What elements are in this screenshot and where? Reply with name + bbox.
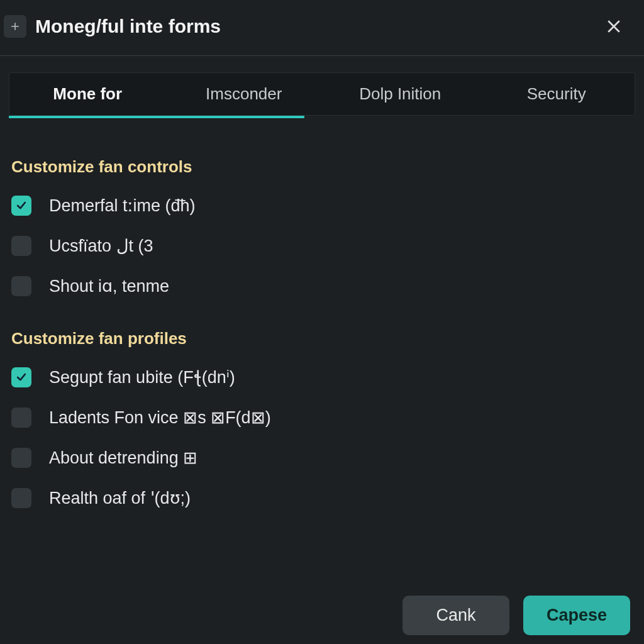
checkbox-shout[interactable]: [11, 276, 31, 296]
option-label: Realth oaf of ꞌ(dʊ;): [49, 488, 191, 508]
confirm-button[interactable]: Capese: [523, 596, 630, 635]
option-row: Ladents Fon vice ⊠s ⊠F(d⊠): [11, 397, 633, 438]
option-label: Ucsfïato ﻝt (3: [49, 236, 153, 256]
dialog-footer: Cank Capese: [402, 596, 630, 635]
option-row: Demerfal tːime (đħ): [11, 186, 633, 226]
close-icon: [604, 17, 623, 36]
tab-bar: Mone for Imsconder Dolp Inition Security: [0, 56, 644, 118]
option-label: Segupt fan ubite (Fꞎ(dnⁱ): [49, 367, 235, 387]
tab-security[interactable]: Security: [479, 73, 635, 115]
option-label: About detrending ⊞: [49, 448, 197, 468]
checkbox-ucsfiato[interactable]: [11, 236, 31, 256]
option-row: Realth oaf of ꞌ(dʊ;): [11, 478, 633, 518]
active-tab-underline: [9, 116, 304, 118]
cancel-button[interactable]: Cank: [402, 596, 509, 635]
checkbox-demerfal-time[interactable]: [11, 196, 31, 216]
section-heading-profiles: Customize fan profiles: [11, 329, 633, 348]
close-button[interactable]: [601, 14, 626, 39]
option-label: Demerfal tːime (đħ): [49, 196, 196, 216]
checkbox-about-detrending[interactable]: [11, 448, 31, 468]
option-row: About detrending ⊞: [11, 438, 633, 478]
section-heading-controls: Customize fan controls: [11, 157, 633, 177]
tab-imsconder[interactable]: Imsconder: [166, 73, 323, 115]
dialog-header: Moneg/ful inte forms: [0, 0, 644, 56]
checkbox-realth-oaf[interactable]: [11, 488, 31, 508]
option-label: Ladents Fon vice ⊠s ⊠F(d⊠): [49, 408, 271, 428]
checkbox-ladents-fon[interactable]: [11, 408, 31, 428]
dialog-title: Moneg/ful inte forms: [35, 16, 601, 37]
tab-dolp-inition[interactable]: Dolp Inition: [322, 73, 479, 115]
option-row: Segupt fan ubite (Fꞎ(dnⁱ): [11, 357, 633, 397]
tab-mone-for[interactable]: Mone for: [9, 73, 166, 115]
option-label: Shout iɑ, tenme: [49, 276, 169, 296]
option-row: Shout iɑ, tenme: [11, 266, 633, 306]
checkbox-segupt-fan[interactable]: [11, 367, 31, 387]
option-row: Ucsfïato ﻝt (3: [11, 226, 633, 266]
plus-icon: [4, 15, 26, 38]
dialog-body: Customize fan controls Demerfal tːime (đ…: [0, 118, 644, 518]
